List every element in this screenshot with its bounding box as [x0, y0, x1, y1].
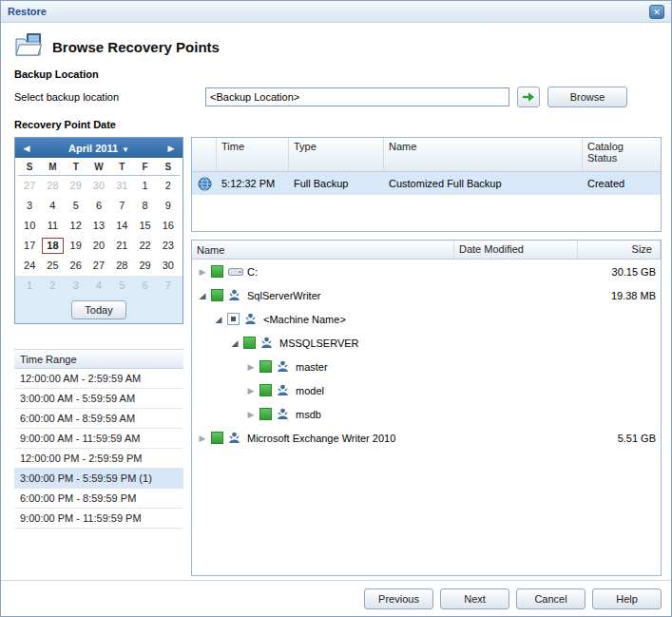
tree-row[interactable]: ▶Microsoft Exchange Writer 20105.51 GB: [192, 426, 661, 450]
calendar-day[interactable]: 7: [111, 198, 132, 214]
time-range-item-selected[interactable]: 3:00:00 PM - 5:59:59 PM (1): [14, 469, 183, 489]
calendar-day[interactable]: 1: [19, 278, 40, 294]
cancel-button[interactable]: Cancel: [516, 588, 586, 609]
calendar-day-selected[interactable]: 18: [42, 238, 63, 254]
session-name: Customized Full Backup: [384, 178, 583, 189]
checked-checkbox[interactable]: [259, 408, 272, 420]
calendar-day[interactable]: 3: [19, 198, 40, 214]
time-range-item[interactable]: 9:00:00 AM - 11:59:59 AM: [14, 429, 183, 449]
calendar-day[interactable]: 25: [42, 258, 63, 274]
calendar-day[interactable]: 15: [134, 218, 155, 234]
calendar-prev-icon[interactable]: ◀: [20, 144, 33, 153]
calendar-day[interactable]: 28: [111, 258, 132, 274]
calendar-day[interactable]: 16: [158, 218, 179, 234]
collapse-icon[interactable]: ◢: [196, 291, 209, 300]
browse-recovery-points-icon: [14, 32, 43, 61]
calendar-day[interactable]: 13: [88, 218, 109, 234]
calendar-day[interactable]: 29: [134, 258, 155, 274]
tree-row[interactable]: ◢MSSQLSERVER: [192, 331, 661, 355]
calendar-day[interactable]: 9: [158, 198, 179, 214]
help-button[interactable]: Help: [592, 588, 662, 609]
calendar-day[interactable]: 4: [88, 278, 109, 294]
checked-checkbox[interactable]: [211, 289, 223, 301]
column-header-size[interactable]: Size: [578, 241, 661, 259]
tree-row[interactable]: ◢SqlServerWriter19.38 MB: [192, 283, 661, 307]
calendar-day[interactable]: 28: [42, 178, 63, 194]
calendar-day[interactable]: 24: [19, 258, 40, 274]
calendar-day[interactable]: 8: [134, 198, 155, 214]
main-row: ◀ April 2011▼ ▶ SMTWTFS 2728293031123456…: [14, 137, 662, 576]
tree-row[interactable]: ▶master: [192, 355, 661, 378]
column-header-name[interactable]: Name: [384, 138, 583, 171]
time-range-item[interactable]: 9:00:00 PM - 11:59:59 PM: [14, 509, 183, 529]
checked-checkbox[interactable]: [211, 432, 223, 444]
calendar-day[interactable]: 4: [42, 198, 63, 214]
expand-icon[interactable]: ▶: [196, 267, 209, 277]
calendar-day[interactable]: 6: [88, 198, 109, 214]
calendar-day[interactable]: 5: [111, 278, 132, 294]
calendar-day[interactable]: 30: [88, 178, 109, 194]
expand-icon[interactable]: ▶: [244, 386, 258, 395]
calendar-day[interactable]: 17: [19, 238, 40, 254]
calendar-day[interactable]: 20: [88, 238, 109, 254]
calendar-day[interactable]: 14: [111, 218, 132, 234]
tree-row[interactable]: ◢<Machine Name>: [192, 307, 661, 331]
checked-checkbox[interactable]: [211, 265, 223, 278]
expand-icon[interactable]: ▶: [244, 410, 258, 419]
checked-checkbox[interactable]: [259, 384, 272, 396]
time-range-item[interactable]: 6:00:00 AM - 8:59:59 AM: [14, 409, 183, 429]
calendar-day[interactable]: 26: [66, 258, 86, 274]
browse-button[interactable]: Browse: [547, 87, 627, 107]
calendar-day[interactable]: 27: [88, 258, 109, 274]
partial-checkbox[interactable]: [227, 313, 240, 325]
column-header-name[interactable]: Name: [192, 241, 454, 259]
time-range-item[interactable]: 12:00:00 AM - 2:59:59 AM: [14, 369, 183, 389]
calendar-day[interactable]: 3: [66, 278, 86, 294]
calendar-next-icon[interactable]: ▶: [164, 144, 178, 153]
next-button[interactable]: Next: [440, 588, 509, 609]
today-button[interactable]: Today: [71, 300, 126, 319]
calendar-day[interactable]: 27: [19, 178, 40, 194]
close-icon[interactable]: ✕: [649, 5, 664, 19]
calendar-day[interactable]: 1: [134, 178, 155, 194]
backup-location-section-label: Backup Location: [14, 68, 662, 80]
calendar-day[interactable]: 2: [42, 278, 63, 294]
column-header-type[interactable]: Type: [289, 138, 384, 171]
column-header-date-modified[interactable]: Date Modified: [454, 241, 578, 259]
calendar-day[interactable]: 10: [19, 218, 40, 234]
backup-session-row[interactable]: 5:12:32 PMFull BackupCustomized Full Bac…: [192, 172, 661, 195]
calendar-day[interactable]: 30: [158, 258, 179, 274]
backup-location-input[interactable]: [205, 87, 509, 106]
calendar-day[interactable]: 19: [66, 238, 86, 254]
calendar-day[interactable]: 23: [158, 238, 179, 254]
calendar-day-header: S: [18, 162, 41, 172]
column-header-catalog-status[interactable]: Catalog Status: [583, 138, 661, 171]
tree-item-label: Microsoft Exchange Writer 2010: [247, 433, 395, 444]
tree-row[interactable]: ▶model: [192, 378, 661, 402]
checked-checkbox[interactable]: [259, 360, 272, 373]
calendar-day[interactable]: 12: [66, 218, 86, 234]
previous-button[interactable]: Previous: [364, 588, 433, 609]
go-arrow-button[interactable]: [517, 87, 540, 107]
calendar-day[interactable]: 22: [134, 238, 155, 254]
calendar-day[interactable]: 11: [42, 218, 63, 234]
time-range-item[interactable]: 6:00:00 PM - 8:59:59 PM: [14, 489, 183, 509]
tree-row[interactable]: ▶C:30.15 GB: [192, 260, 661, 283]
calendar-day[interactable]: 29: [66, 178, 86, 194]
calendar-month-dropdown[interactable]: April 2011▼: [33, 143, 164, 154]
calendar-day[interactable]: 2: [158, 178, 179, 194]
expand-icon[interactable]: ▶: [244, 362, 258, 372]
expand-icon[interactable]: ▶: [196, 434, 209, 443]
collapse-icon[interactable]: ◢: [228, 338, 241, 348]
time-range-item[interactable]: 12:00:00 PM - 2:59:59 PM: [14, 449, 183, 469]
time-range-item[interactable]: 3:00:00 AM - 5:59:59 AM: [14, 389, 183, 409]
calendar-day[interactable]: 6: [134, 278, 155, 294]
tree-row[interactable]: ▶msdb: [192, 402, 661, 426]
calendar-day[interactable]: 7: [158, 278, 179, 294]
calendar-day[interactable]: 5: [66, 198, 86, 214]
calendar-day[interactable]: 21: [111, 238, 132, 254]
checked-checkbox[interactable]: [243, 337, 256, 349]
collapse-icon[interactable]: ◢: [212, 315, 225, 324]
calendar-day[interactable]: 31: [111, 178, 132, 194]
column-header-time[interactable]: Time: [217, 138, 289, 171]
